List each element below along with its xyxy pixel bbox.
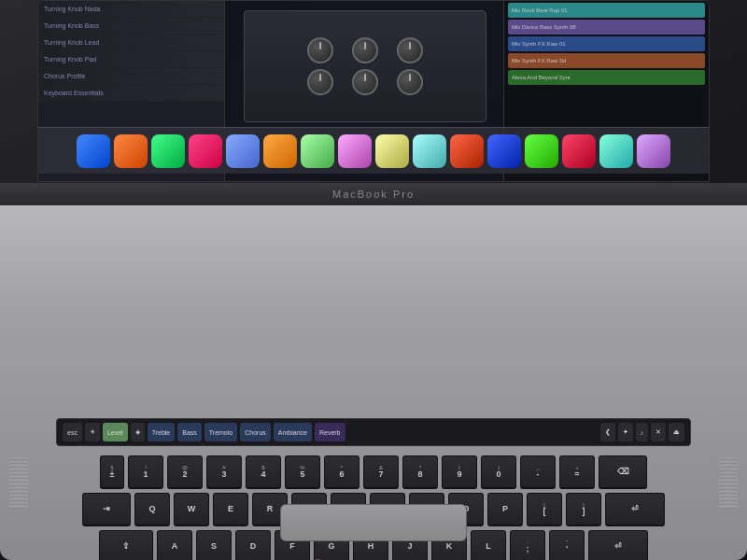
key-2[interactable]: @2: [167, 455, 203, 489]
tb-reverb[interactable]: Reverb: [315, 423, 345, 441]
macbook-label: MacBook Pro: [0, 183, 747, 206]
knob-1[interactable]: [307, 37, 333, 63]
tb-treble[interactable]: Treble: [148, 423, 176, 441]
keyboard: §± !1 @2 #3 $4 %5 ^6 &7 *8 (9 )0 _- += ⌫…: [28, 455, 719, 504]
track-5: Chorus Profile: [38, 68, 224, 85]
key-semicolon[interactable]: :;: [510, 530, 545, 560]
knob-6[interactable]: [397, 69, 423, 95]
dock-bar: [38, 127, 709, 174]
key-rbracket[interactable]: }]: [566, 493, 601, 526]
knob-5[interactable]: [352, 69, 378, 95]
plugin-box: [244, 10, 486, 122]
dock-icon-4[interactable]: [189, 134, 222, 168]
knob-row-1: [307, 37, 423, 63]
dock-icon-11[interactable]: [450, 134, 484, 168]
laptop-screen: Turning Knob Nada Turning Knob Bass Turn…: [37, 0, 710, 182]
key-tab[interactable]: ⇥: [82, 493, 131, 526]
key-caps-lock[interactable]: ⇪: [99, 530, 153, 560]
key-section[interactable]: §±: [100, 455, 124, 489]
playlist-item-5: Alexa And Beyond Synt: [508, 70, 705, 85]
track-2: Turning Knob Bass: [38, 18, 224, 35]
key-d[interactable]: D: [235, 530, 271, 560]
tb-brightness[interactable]: ☀: [85, 423, 100, 441]
knob-2[interactable]: [352, 37, 378, 63]
playlist-item-4: Mix Synth FX Raw Sd: [508, 53, 705, 68]
dock-icon-15[interactable]: [599, 134, 633, 168]
tb-volume[interactable]: ♪: [636, 423, 649, 441]
tb-ambiance[interactable]: Ambiance: [274, 423, 312, 441]
dock-icon-7[interactable]: [301, 134, 334, 168]
key-return-2[interactable]: ⏎: [588, 530, 648, 560]
key-1[interactable]: !1: [128, 455, 163, 489]
tb-chorus[interactable]: Chorus: [240, 423, 271, 441]
scene: Turning Knob Nada Turning Knob Bass Turn…: [0, 0, 747, 560]
tb-eject[interactable]: ⏏: [669, 423, 684, 441]
tb-level[interactable]: Level: [103, 423, 128, 441]
key-e[interactable]: E: [213, 493, 248, 526]
playlist-item-1: Mix Rock Beat Rep 01: [508, 3, 705, 18]
knob-row-2: [307, 69, 423, 95]
tb-bass[interactable]: Bass: [177, 423, 202, 441]
key-p[interactable]: P: [487, 493, 523, 526]
dock-icon-3[interactable]: [151, 134, 185, 168]
track-3: Turning Knob Lead: [38, 35, 224, 51]
speaker-right: [719, 457, 738, 509]
tb-esc[interactable]: esc: [63, 423, 82, 441]
key-q[interactable]: Q: [134, 493, 170, 526]
track-6: Keyboard Essentials: [38, 85, 224, 102]
touch-bar[interactable]: esc ☀ Level ◈ Treble Bass Tremolo Chorus…: [56, 418, 691, 446]
dock-icon-9[interactable]: [375, 134, 409, 168]
tb-brightness-up[interactable]: ✦: [618, 423, 633, 441]
key-quote[interactable]: "': [549, 530, 585, 560]
dock-icon-8[interactable]: [338, 134, 372, 168]
dock-icon-12[interactable]: [487, 134, 521, 168]
key-9[interactable]: (9: [442, 455, 477, 489]
playlist-item-2: Mix Dance Bass Synth 08: [508, 20, 705, 35]
number-row: §± !1 @2 #3 $4 %5 ^6 &7 *8 (9 )0 _- += ⌫: [28, 455, 719, 489]
key-8[interactable]: *8: [402, 455, 438, 489]
key-backspace[interactable]: ⌫: [599, 455, 647, 489]
tb-mute[interactable]: ✕: [651, 423, 666, 441]
speaker-left: [9, 457, 28, 509]
key-6[interactable]: ^6: [324, 455, 359, 489]
trackpad[interactable]: [280, 504, 467, 541]
dock-icon-5[interactable]: [226, 134, 260, 168]
dock-icon-13[interactable]: [525, 134, 558, 168]
key-7[interactable]: &7: [363, 455, 399, 489]
dock-icon-16[interactable]: [637, 134, 670, 168]
tb-tremolo[interactable]: Tremolo: [204, 423, 237, 441]
key-5[interactable]: %5: [285, 455, 320, 489]
dock-icon-2[interactable]: [114, 134, 148, 168]
key-equals[interactable]: +=: [559, 455, 595, 489]
key-4[interactable]: $4: [246, 455, 281, 489]
key-w[interactable]: W: [174, 493, 209, 526]
knob-4[interactable]: [307, 69, 333, 95]
track-4: Turning Knob Pad: [38, 51, 224, 68]
dock-icon-10[interactable]: [413, 134, 446, 168]
key-s[interactable]: S: [196, 530, 232, 560]
screen-content: Turning Knob Nada Turning Knob Bass Turn…: [38, 1, 709, 181]
keyboard-body: esc ☀ Level ◈ Treble Bass Tremolo Chorus…: [0, 205, 747, 560]
key-0[interactable]: )0: [481, 455, 516, 489]
dock-icon-6[interactable]: [263, 134, 297, 168]
tb-dot[interactable]: ◈: [131, 423, 145, 441]
key-lbracket[interactable]: {[: [527, 493, 562, 526]
key-3[interactable]: #3: [206, 455, 242, 489]
key-l[interactable]: L: [471, 530, 506, 560]
key-minus[interactable]: _-: [520, 455, 556, 489]
tb-chevron[interactable]: ❮: [600, 423, 615, 441]
playlist-item-3: Mix Synth FX Raw 01: [508, 36, 705, 51]
dock-icon-14[interactable]: [562, 134, 596, 168]
knob-3[interactable]: [397, 37, 423, 63]
dock-icon-1[interactable]: [77, 134, 110, 168]
key-a[interactable]: A: [157, 530, 192, 560]
track-1: Turning Knob Nada: [38, 1, 224, 18]
key-return[interactable]: ⏎: [605, 493, 665, 526]
